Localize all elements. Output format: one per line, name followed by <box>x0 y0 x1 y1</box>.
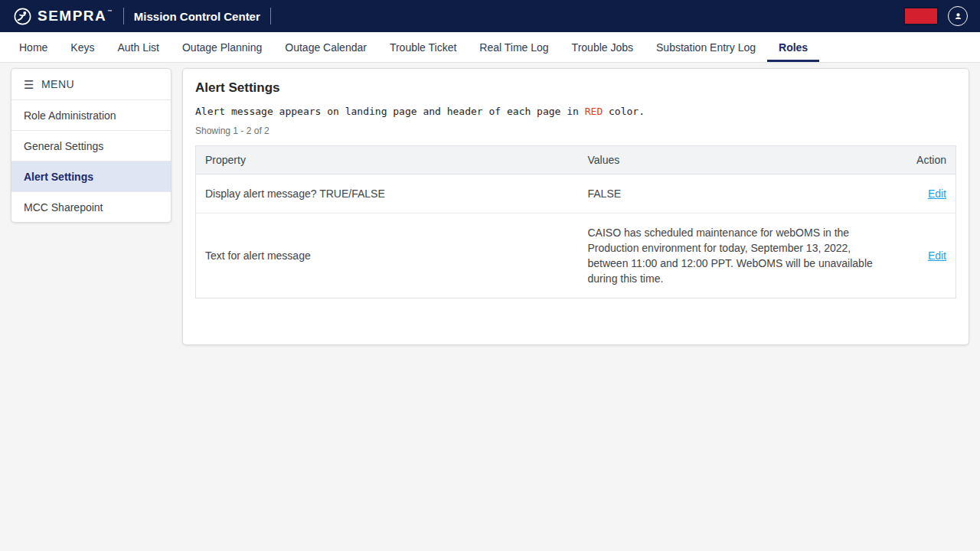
value-cell: CAISO has scheduled maintenance for webO… <box>579 214 898 298</box>
trademark: ™ <box>107 9 113 14</box>
sidebar-item-alert-settings[interactable]: Alert Settings <box>11 161 171 191</box>
page-title: Alert Settings <box>195 80 956 96</box>
sempra-logo-icon <box>14 8 31 25</box>
property-cell: Text for alert message <box>196 214 579 298</box>
tab-outage-calendar[interactable]: Outage Calendar <box>273 32 378 62</box>
tab-outage-planning[interactable]: Outage Planning <box>171 32 273 62</box>
column-header-action: Action <box>898 146 956 174</box>
column-header-property: Property <box>196 146 579 174</box>
sidebar-menu-label: MENU <box>41 78 74 90</box>
header-divider <box>123 8 124 24</box>
tab-substation-entry-log[interactable]: Substation Entry Log <box>645 32 767 62</box>
tab-keys[interactable]: Keys <box>59 32 106 62</box>
value-cell: FALSE <box>579 174 898 214</box>
tab-auth-list[interactable]: Auth List <box>106 32 170 62</box>
sidebar-item-role-administration[interactable]: Role Administration <box>11 99 171 130</box>
hamburger-icon: ☰ <box>24 79 34 90</box>
page-body: ☰ MENU Role Administration General Setti… <box>0 63 980 356</box>
alert-note-red-word: RED <box>585 106 603 117</box>
column-header-values: Values <box>579 146 898 174</box>
alert-note-suffix: color. <box>603 106 645 117</box>
edit-alert-text-link[interactable]: Edit <box>928 249 946 262</box>
app-title: Mission Control Center <box>134 10 260 23</box>
table-row: Display alert message? TRUE/FALSE FALSE … <box>196 174 956 214</box>
alert-note: Alert message appears on landing page an… <box>195 106 956 117</box>
results-count: Showing 1 - 2 of 2 <box>195 126 956 136</box>
app-header: SEMPRA™ Mission Control Center <box>0 0 980 32</box>
alert-settings-table: Property Values Action Display alert mes… <box>195 145 956 298</box>
tab-real-time-log[interactable]: Real Time Log <box>468 32 560 62</box>
brand-logo[interactable]: SEMPRA™ <box>14 8 113 25</box>
tab-roles[interactable]: Roles <box>767 32 819 62</box>
user-avatar-button[interactable] <box>948 6 968 26</box>
edit-display-alert-link[interactable]: Edit <box>928 187 946 200</box>
brand-name: SEMPRA™ <box>38 8 113 24</box>
alert-settings-panel: Alert Settings Alert message appears on … <box>182 68 969 345</box>
sidebar-item-general-settings[interactable]: General Settings <box>11 130 171 161</box>
header-divider <box>270 8 271 24</box>
environment-red-flag <box>905 8 937 24</box>
property-cell: Display alert message? TRUE/FALSE <box>196 174 579 214</box>
tab-trouble-ticket[interactable]: Trouble Ticket <box>378 32 468 62</box>
user-icon <box>952 11 964 22</box>
sidebar-item-mcc-sharepoint[interactable]: MCC Sharepoint <box>11 191 171 222</box>
alert-note-text: Alert message appears on landing page an… <box>195 106 585 117</box>
tab-home[interactable]: Home <box>8 32 59 62</box>
sidebar-menu-toggle[interactable]: ☰ MENU <box>11 69 171 99</box>
settings-sidebar: ☰ MENU Role Administration General Setti… <box>11 68 172 223</box>
tab-trouble-jobs[interactable]: Trouble Jobs <box>560 32 645 62</box>
table-row: Text for alert message CAISO has schedul… <box>196 214 956 298</box>
table-header-row: Property Values Action <box>196 146 956 174</box>
main-nav: Home Keys Auth List Outage Planning Outa… <box>0 32 980 63</box>
